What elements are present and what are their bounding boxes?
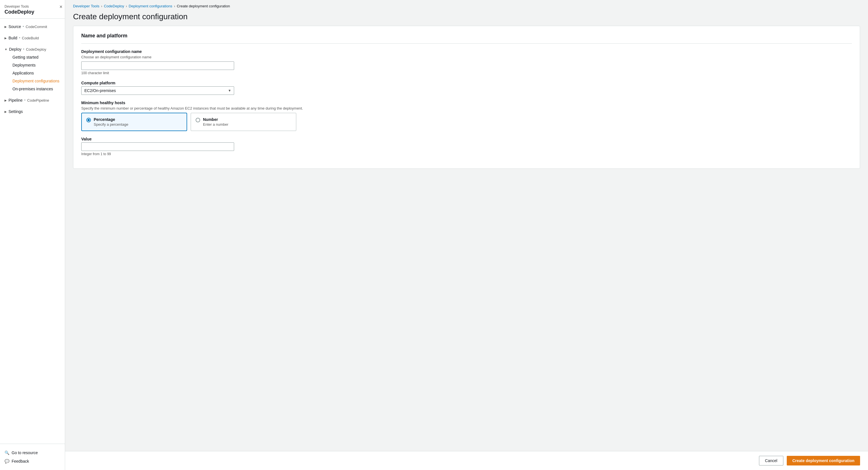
breadcrumb-current: Create deployment configuration — [177, 4, 230, 8]
nav-group-source-label: Source — [8, 24, 21, 29]
nav-group-build: ▶ Build • CodeBuild — [0, 32, 65, 43]
triangle-icon: ▶ — [4, 99, 7, 102]
value-field: Value Integer from 1 to 99 — [81, 137, 852, 156]
footer-bar: Cancel Create deployment configuration — [65, 451, 868, 470]
compute-platform-select-wrap: EC2/On-premises Lambda ECS ▼ — [81, 86, 234, 95]
nav-group-deploy-label: Deploy — [9, 47, 22, 52]
sidebar-item-deployments[interactable]: Deployments — [8, 61, 65, 69]
sidebar-nav: ▶ Source • CodeCommit ▶ Build • CodeBuil… — [0, 19, 65, 441]
go-to-resource-label: Go to resource — [11, 450, 38, 455]
create-deployment-configuration-button[interactable]: Create deployment configuration — [787, 456, 860, 466]
sidebar-item-on-premises-instances[interactable]: On-premises instances — [8, 85, 65, 93]
radio-option-number[interactable]: Number Enter a number — [190, 113, 297, 131]
compute-platform-label: Compute platform — [81, 81, 852, 85]
radio-option-percentage-text: Percentage Specify a percentage — [94, 117, 128, 127]
radio-number-desc: Enter a number — [203, 122, 228, 127]
breadcrumb-sep-3: › — [174, 4, 175, 8]
compute-platform-field: Compute platform EC2/On-premises Lambda … — [81, 81, 852, 95]
breadcrumb: Developer Tools › CodeDeploy › Deploymen… — [65, 0, 868, 11]
sidebar-product-line: Developer Tools — [4, 4, 60, 8]
config-name-field: Deployment configuration name Choose an … — [81, 49, 852, 75]
main-content: Developer Tools › CodeDeploy › Deploymen… — [65, 0, 868, 470]
minimum-healthy-hosts-field: Minimum healthy hosts Specify the minimu… — [81, 100, 852, 131]
form-card: Name and platform Deployment configurati… — [73, 26, 860, 169]
feedback-item[interactable]: 💬 Feedback — [0, 457, 65, 466]
nav-group-deploy: ▼ Deploy • CodeDeploy Getting started De… — [0, 43, 65, 95]
feedback-label: Feedback — [11, 459, 29, 464]
feedback-icon: 💬 — [4, 459, 9, 464]
sidebar-item-getting-started[interactable]: Getting started — [8, 53, 65, 61]
triangle-icon: ▶ — [4, 110, 7, 113]
triangle-expand-icon: ▼ — [4, 48, 7, 51]
radio-option-number-text: Number Enter a number — [203, 117, 228, 127]
nav-group-pipeline: ▶ Pipeline • CodePipeline — [0, 95, 65, 106]
nav-group-source-service: CodeCommit — [26, 25, 47, 29]
nav-group-deploy-service: CodeDeploy — [26, 47, 46, 52]
sidebar-service-name: CodeDeploy — [4, 9, 34, 15]
breadcrumb-deployment-configurations[interactable]: Deployment configurations — [129, 4, 173, 8]
value-hint: Integer from 1 to 99 — [81, 152, 852, 156]
minimum-healthy-hosts-hint: Specify the minimum number or percentage… — [81, 106, 852, 111]
config-name-hint: Choose an deployment configuration name — [81, 55, 852, 59]
breadcrumb-sep-2: › — [126, 4, 127, 8]
sidebar-header: Developer Tools CodeDeploy × — [0, 0, 65, 19]
breadcrumb-codedeploy[interactable]: CodeDeploy — [104, 4, 124, 8]
sidebar-bottom: 🔍 Go to resource 💬 Feedback — [0, 446, 65, 470]
radio-option-percentage[interactable]: Percentage Specify a percentage — [81, 113, 187, 131]
radio-percentage-label: Percentage — [94, 117, 128, 122]
radio-number-label: Number — [203, 117, 228, 122]
nav-group-pipeline-label: Pipeline — [8, 98, 23, 102]
nav-group-build-label: Build — [8, 36, 17, 40]
nav-group-build-header[interactable]: ▶ Build • CodeBuild — [0, 34, 65, 42]
radio-percentage-desc: Specify a percentage — [94, 122, 128, 127]
sidebar-divider — [0, 444, 65, 444]
nav-group-source-header[interactable]: ▶ Source • CodeCommit — [0, 23, 65, 31]
nav-group-settings: ▶ Settings — [0, 106, 65, 117]
radio-circle-number — [196, 118, 200, 122]
nav-group-deploy-header[interactable]: ▼ Deploy • CodeDeploy — [0, 45, 65, 53]
sidebar-item-applications[interactable]: Applications — [8, 69, 65, 77]
triangle-icon: ▶ — [4, 36, 7, 40]
nav-group-source: ▶ Source • CodeCommit — [0, 21, 65, 32]
minimum-healthy-hosts-label: Minimum healthy hosts — [81, 100, 852, 105]
radio-group-hosts: Percentage Specify a percentage Number E… — [81, 113, 297, 131]
cancel-button[interactable]: Cancel — [759, 456, 783, 466]
go-to-resource-item[interactable]: 🔍 Go to resource — [0, 448, 65, 457]
breadcrumb-developer-tools[interactable]: Developer Tools — [73, 4, 99, 8]
value-input[interactable] — [81, 143, 234, 151]
triangle-icon: ▶ — [4, 25, 7, 28]
sidebar-close-button[interactable]: × — [59, 4, 63, 10]
nav-group-build-service: CodeBuild — [22, 36, 39, 40]
radio-circle-percentage — [86, 118, 91, 122]
nav-group-deploy-children: Getting started Deployments Applications… — [0, 53, 65, 93]
form-section-title: Name and platform — [81, 33, 852, 43]
config-name-char-limit: 100 character limit — [81, 71, 852, 75]
nav-group-settings-header[interactable]: ▶ Settings — [0, 107, 65, 116]
value-label: Value — [81, 137, 852, 141]
page-title: Create deployment configuration — [65, 11, 868, 26]
nav-group-settings-label: Settings — [8, 109, 23, 114]
nav-group-pipeline-header[interactable]: ▶ Pipeline • CodePipeline — [0, 96, 65, 104]
nav-group-pipeline-service: CodePipeline — [27, 98, 49, 102]
breadcrumb-sep-1: › — [101, 4, 102, 8]
search-icon: 🔍 — [4, 450, 9, 455]
config-name-label: Deployment configuration name — [81, 49, 852, 54]
sidebar: Developer Tools CodeDeploy × ▶ Source • … — [0, 0, 65, 470]
sidebar-item-deployment-configurations[interactable]: Deployment configurations — [8, 77, 65, 85]
config-name-input[interactable] — [81, 61, 234, 70]
compute-platform-select[interactable]: EC2/On-premises Lambda ECS — [81, 86, 234, 95]
